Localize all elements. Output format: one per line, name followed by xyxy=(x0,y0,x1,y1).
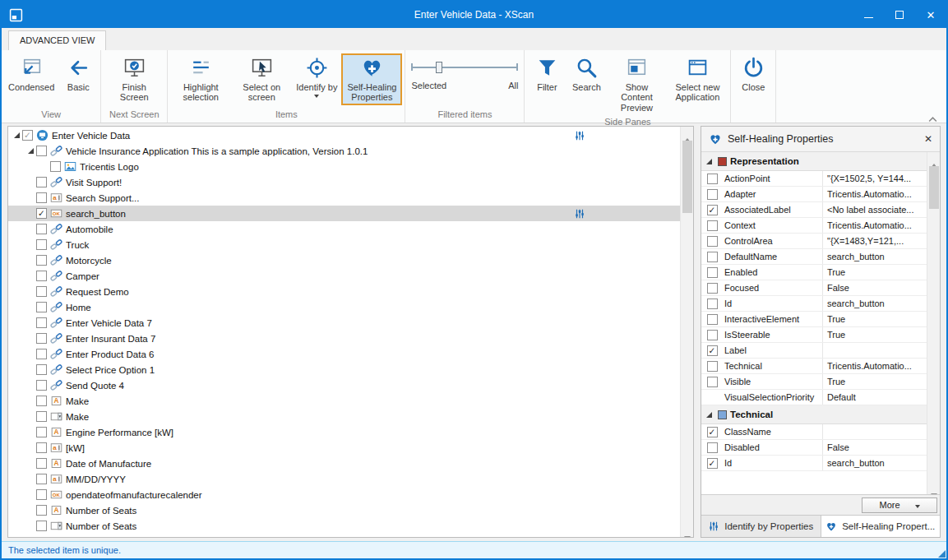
tab-identify-by-properties[interactable]: Identify by Properties xyxy=(701,516,821,537)
scroll-up-icon[interactable] xyxy=(927,152,940,164)
property-row[interactable]: FocusedFalse xyxy=(701,280,927,296)
tree-row[interactable]: Tricentis Logo xyxy=(8,159,680,174)
item-checkbox[interactable] xyxy=(36,317,47,328)
property-value[interactable]: search_button xyxy=(823,252,927,261)
finish-screen-button[interactable]: Finish Screen xyxy=(104,53,164,105)
item-checkbox[interactable] xyxy=(36,505,47,516)
tree-row[interactable]: ADate of Manufacture xyxy=(8,456,680,471)
tree-row[interactable]: Select Price Option 1 xyxy=(8,362,680,377)
property-checkbox[interactable] xyxy=(707,442,718,453)
property-row[interactable]: Label xyxy=(701,343,927,359)
tree-row[interactable]: Request Demo xyxy=(8,284,680,299)
item-checkbox[interactable] xyxy=(36,286,47,297)
close-xscan-button[interactable]: Close xyxy=(733,53,773,95)
item-checkbox[interactable] xyxy=(36,380,47,391)
property-row[interactable]: DisabledFalse xyxy=(701,440,927,456)
item-checkbox[interactable] xyxy=(36,224,47,234)
maximize-button[interactable] xyxy=(884,2,915,28)
scrollbar-thumb[interactable] xyxy=(682,141,692,213)
property-value[interactable]: Default xyxy=(823,392,927,402)
expander-icon[interactable] xyxy=(703,409,714,420)
property-row[interactable]: InteractiveElementTrue xyxy=(701,312,927,327)
tree-scrollbar[interactable] xyxy=(680,127,693,537)
minimize-button[interactable] xyxy=(853,2,884,28)
slider-handle[interactable] xyxy=(436,62,442,73)
tree-row[interactable]: Camper xyxy=(8,268,680,284)
tree-row[interactable]: Make xyxy=(8,409,680,424)
property-group-header[interactable]: Representation xyxy=(701,152,927,171)
property-row[interactable]: AdapterTricentis.Automatio... xyxy=(701,187,927,202)
tree-row[interactable]: Home xyxy=(8,299,680,315)
item-checkbox[interactable] xyxy=(36,364,47,375)
property-value[interactable]: Tricentis.Automatio... xyxy=(823,220,927,230)
item-checkbox[interactable] xyxy=(36,521,47,531)
item-checkbox[interactable] xyxy=(36,192,47,203)
tree-row[interactable]: Number of Seats xyxy=(8,518,680,534)
property-row[interactable]: EnabledTrue xyxy=(701,265,927,280)
item-checkbox[interactable] xyxy=(36,474,47,484)
item-checkbox[interactable] xyxy=(36,396,47,406)
item-checkbox[interactable] xyxy=(36,146,47,156)
property-value[interactable]: search_button xyxy=(823,299,927,308)
tree-row[interactable]: Enter Vehicle Data xyxy=(8,127,680,143)
item-checkbox[interactable] xyxy=(36,271,47,281)
filter-button[interactable]: Filter xyxy=(527,53,566,95)
property-value[interactable]: "{X=1483,Y=121,... xyxy=(823,236,927,246)
property-checkbox[interactable] xyxy=(707,189,718,200)
tree-row[interactable]: aMM/DD/YYYY xyxy=(8,471,680,487)
tab-self-healing-properties[interactable]: Self-Healing Propert... xyxy=(821,516,941,537)
property-checkbox[interactable] xyxy=(707,220,718,231)
property-row[interactable]: VisualSelectionPriorityDefault xyxy=(701,390,927,405)
slider-track[interactable] xyxy=(411,60,518,75)
property-checkbox[interactable] xyxy=(707,283,718,294)
tree-row[interactable]: Send Quote 4 xyxy=(8,377,680,393)
tree-row[interactable]: Enter Vehicle Data 7 xyxy=(8,315,680,331)
item-checkbox[interactable] xyxy=(36,427,47,437)
item-checkbox[interactable] xyxy=(36,489,47,500)
condensed-button[interactable]: Condensed xyxy=(4,53,58,95)
property-value[interactable]: False xyxy=(823,283,927,293)
tree-row[interactable]: Motorcycle xyxy=(8,252,680,268)
property-value[interactable]: False xyxy=(823,442,927,452)
filtered-items-slider[interactable]: Selected All xyxy=(408,53,521,90)
self-healing-properties-button[interactable]: Self-Healing Properties xyxy=(341,53,402,105)
property-value[interactable]: <No label associate... xyxy=(823,205,927,215)
property-checkbox[interactable] xyxy=(707,345,718,356)
property-row[interactable]: Idsearch_button xyxy=(701,456,927,471)
scrollbar-thumb[interactable] xyxy=(929,166,939,209)
property-row[interactable]: ContextTricentis.Automatio... xyxy=(701,218,927,234)
property-value[interactable]: True xyxy=(823,377,927,386)
item-checkbox[interactable] xyxy=(36,302,47,312)
item-checkbox[interactable] xyxy=(36,411,47,422)
item-checkbox[interactable] xyxy=(36,255,47,266)
property-checkbox[interactable] xyxy=(707,314,718,325)
more-button[interactable]: More xyxy=(862,498,937,513)
tree-row[interactable]: AEngine Performance [kW] xyxy=(8,424,680,440)
property-row[interactable]: TechnicalTricentis.Automatio... xyxy=(701,359,927,374)
property-group-header[interactable]: Technical xyxy=(701,405,927,424)
item-checkbox[interactable] xyxy=(36,239,47,250)
grid-scrollbar[interactable] xyxy=(927,152,940,494)
item-checkbox[interactable] xyxy=(36,349,47,359)
sliders-icon[interactable] xyxy=(574,208,585,220)
property-value[interactable]: True xyxy=(823,314,927,324)
property-row[interactable]: AssociatedLabel<No label associate... xyxy=(701,202,927,218)
collapse-ribbon-icon[interactable] xyxy=(927,112,938,119)
select-new-application-button[interactable]: Select new Application xyxy=(667,53,728,105)
item-checkbox[interactable] xyxy=(36,442,47,453)
expander-icon[interactable] xyxy=(25,146,36,157)
scroll-down-icon[interactable] xyxy=(927,482,940,494)
panel-close-button[interactable]: ✕ xyxy=(924,133,932,145)
property-row[interactable]: ClassName xyxy=(701,424,927,440)
property-row[interactable]: DefaultNamesearch_button xyxy=(701,249,927,265)
scroll-up-icon[interactable] xyxy=(681,127,693,139)
scroll-down-icon[interactable] xyxy=(681,525,693,537)
property-row[interactable]: ControlArea"{X=1483,Y=121,... xyxy=(701,234,927,249)
property-checkbox[interactable] xyxy=(707,252,718,262)
tree-row[interactable]: Enter Product Data 6 xyxy=(8,346,680,362)
tree-row[interactable]: Automobile xyxy=(8,221,680,237)
property-checkbox[interactable] xyxy=(707,174,718,184)
property-checkbox[interactable] xyxy=(707,458,718,469)
property-checkbox[interactable] xyxy=(707,330,718,340)
resize-grip[interactable] xyxy=(938,550,946,558)
